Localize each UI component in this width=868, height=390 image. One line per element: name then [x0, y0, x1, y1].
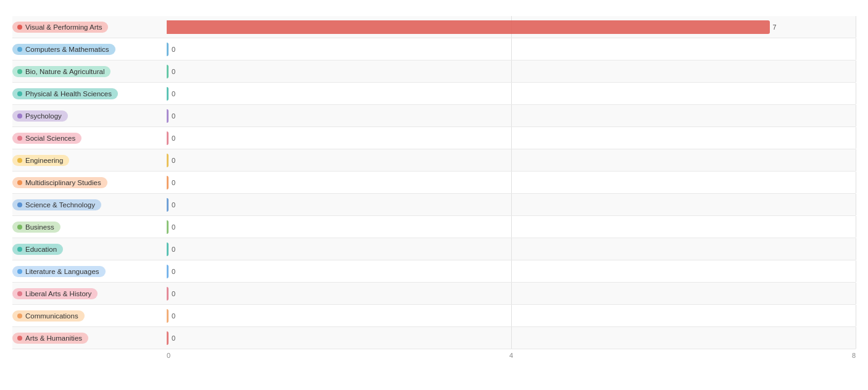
- bar-label: Social Sciences: [25, 135, 75, 142]
- bar-label: Bio, Nature & Agricultural: [25, 68, 104, 75]
- bar-value-label: 0: [172, 157, 175, 164]
- bar-fill: [167, 331, 169, 345]
- grid-line: [511, 327, 512, 349]
- bar-row: Education0: [12, 238, 856, 260]
- bar-dot: [17, 114, 22, 118]
- bar-value-label: 0: [172, 268, 175, 275]
- bar-fill: [167, 243, 169, 256]
- bar-dot: [17, 25, 22, 30]
- grid-line: [856, 60, 856, 82]
- bar-dot: [17, 336, 22, 341]
- grid-line: [511, 60, 512, 82]
- bar-row: Physical & Health Sciences0: [12, 83, 856, 105]
- bar-fill: [167, 309, 169, 323]
- grid-line: [856, 194, 856, 215]
- bar-value-label: 0: [172, 112, 175, 120]
- grid-line: [511, 149, 512, 171]
- grid-line: [856, 83, 856, 104]
- grid-line: [511, 260, 512, 282]
- bar-row: Social Sciences0: [12, 127, 856, 149]
- bar-dot: [17, 313, 22, 318]
- bar-label: Business: [25, 223, 54, 231]
- bar-label: Psychology: [25, 112, 62, 120]
- bar-row: Arts & Humanities0: [12, 327, 856, 349]
- grid-line: [856, 127, 856, 149]
- grid-line: [511, 283, 512, 304]
- bar-label: Computers & Mathematics: [25, 46, 109, 53]
- bar-dot: [17, 291, 22, 296]
- bar-row: Engineering0: [12, 149, 856, 172]
- bar-fill: [167, 176, 169, 189]
- bar-dot: [17, 47, 22, 52]
- bar-label: Multidisciplinary Studies: [25, 179, 101, 186]
- grid-line: [856, 172, 856, 193]
- grid-line: [856, 238, 856, 260]
- grid-line: [511, 105, 512, 127]
- bar-row: Visual & Performing Arts7: [12, 16, 856, 38]
- bar-fill: [167, 87, 169, 101]
- bar-row: Science & Technology0: [12, 194, 856, 216]
- bar-fill: [167, 43, 169, 56]
- bar-dot: [17, 225, 22, 230]
- bar-row: Communications0: [12, 305, 856, 327]
- bar-dot: [17, 158, 22, 163]
- bar-label: Science & Technology: [25, 201, 95, 209]
- bar-fill: [167, 198, 169, 212]
- bar-value-label: 0: [172, 201, 175, 209]
- bar-row: Psychology0: [12, 105, 856, 127]
- bar-fill: [167, 220, 169, 234]
- bar-fill: [167, 287, 169, 301]
- x-axis: 048: [12, 352, 856, 359]
- x-tick: 4: [396, 352, 626, 359]
- bar-dot: [17, 136, 22, 141]
- bar-value-label: 0: [172, 290, 175, 297]
- grid-line: [511, 194, 512, 215]
- bar-label: Education: [25, 246, 57, 253]
- bar-value-label: 0: [172, 68, 175, 75]
- chart-container: Visual & Performing Arts7Computers & Mat…: [0, 0, 868, 390]
- bar-fill: [167, 154, 169, 167]
- bar-value-label: 0: [172, 334, 175, 342]
- bar-row: Literature & Languages0: [12, 260, 856, 283]
- grid-line: [856, 149, 856, 171]
- grid-line: [856, 16, 856, 38]
- bar-dot: [17, 202, 22, 207]
- bars-container: Visual & Performing Arts7Computers & Mat…: [12, 16, 856, 349]
- bar-label: Engineering: [25, 157, 63, 164]
- bar-label: Communications: [25, 312, 78, 320]
- bar-label: Physical & Health Sciences: [25, 90, 112, 98]
- bar-value-label: 0: [172, 46, 175, 53]
- bar-label: Literature & Languages: [25, 268, 99, 275]
- grid-line: [511, 83, 512, 104]
- bar-dot: [17, 247, 22, 252]
- bar-dot: [17, 269, 22, 274]
- grid-line: [856, 216, 856, 238]
- grid-line: [856, 260, 856, 282]
- bar-dot: [17, 69, 22, 74]
- grid-line: [856, 305, 856, 326]
- bar-value-label: 0: [172, 246, 175, 253]
- grid-line: [856, 105, 856, 127]
- x-tick: 0: [167, 352, 396, 359]
- bar-value-label: 7: [773, 23, 777, 31]
- bar-row: Multidisciplinary Studies0: [12, 172, 856, 194]
- grid-line: [856, 327, 856, 349]
- grid-line: [511, 216, 512, 238]
- bar-label: Liberal Arts & History: [25, 290, 91, 297]
- grid-line: [511, 238, 512, 260]
- bar-fill: [167, 131, 169, 145]
- bar-label: Visual & Performing Arts: [25, 23, 102, 31]
- grid-line: [511, 127, 512, 149]
- bar-row: Computers & Mathematics0: [12, 38, 856, 60]
- bar-dot: [17, 180, 22, 185]
- bar-dot: [17, 91, 22, 96]
- bar-value-label: 0: [172, 179, 175, 186]
- bar-fill: [167, 65, 169, 78]
- grid-line: [511, 305, 512, 326]
- bar-fill: [167, 109, 169, 123]
- chart-body: Visual & Performing Arts7Computers & Mat…: [12, 16, 856, 359]
- bar-row: Bio, Nature & Agricultural0: [12, 60, 856, 83]
- bar-fill: [167, 20, 770, 34]
- bar-value-label: 0: [172, 90, 175, 98]
- bar-row: Business0: [12, 216, 856, 238]
